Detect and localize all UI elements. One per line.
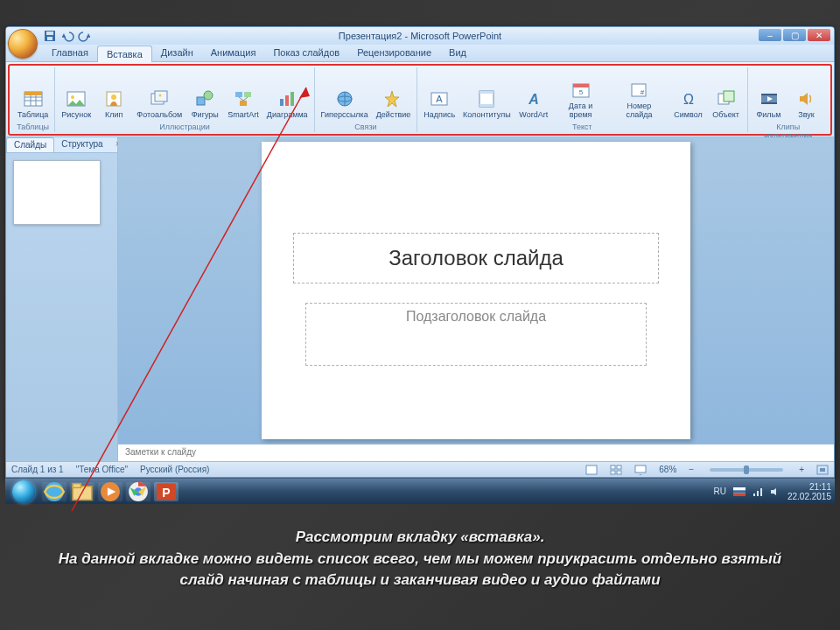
ribbon-textbox-button[interactable]: A Надпись [421, 67, 458, 122]
office-button[interactable] [8, 29, 38, 59]
ribbon-label: Колонтитулы [463, 111, 511, 120]
panel-tab-slides[interactable]: Слайды [6, 137, 54, 152]
qat-save-icon[interactable] [43, 29, 57, 43]
ribbon-hyperlink-button[interactable]: Гиперссылка [318, 67, 371, 122]
ribbon-symbol-button[interactable]: Ω Символ [671, 67, 706, 122]
zoom-percent[interactable]: 68% [659, 465, 676, 474]
tab-design[interactable]: Дизайн [152, 45, 202, 61]
tab-review[interactable]: Рецензирование [348, 45, 440, 61]
slides-panel: Слайды Структура × [6, 137, 118, 461]
start-button[interactable] [9, 479, 38, 505]
ribbon-object-button[interactable]: Объект [709, 67, 744, 122]
qat-redo-icon[interactable] [78, 29, 92, 43]
caption-line1: Рассмотрим вкладку «вставка». [44, 527, 796, 549]
tab-slideshow[interactable]: Показ слайдов [264, 45, 348, 61]
symbol-icon: Ω [678, 88, 699, 109]
status-slide: Слайд 1 из 1 [11, 465, 64, 474]
ribbon-label: Рисунок [61, 111, 91, 120]
tab-insert[interactable]: Вставка [97, 46, 152, 62]
panel-tab-outline[interactable]: Структура [54, 137, 109, 152]
svg-rect-42 [724, 91, 734, 102]
ribbon-datetime-button[interactable]: 5 Дата и время [554, 67, 608, 122]
tray-flag-icon[interactable] [733, 487, 746, 496]
slide-editor-area[interactable]: Заголовок слайда Подзаголовок слайда [118, 137, 834, 444]
ribbon-label: WordArt [519, 111, 548, 120]
tutorial-caption: Рассмотрим вкладку «вставка». На данной … [0, 514, 840, 604]
ribbon-action-button[interactable]: Действие [374, 67, 414, 122]
ribbon-label: Дата и время [556, 102, 606, 120]
title-placeholder[interactable]: Заголовок слайда [293, 233, 659, 284]
taskbar-chrome-icon[interactable] [126, 482, 150, 501]
view-normal-icon[interactable] [585, 465, 598, 475]
ribbon-label: Фигуры [192, 111, 219, 120]
tab-home[interactable]: Главная [43, 45, 97, 61]
svg-rect-8 [24, 92, 42, 95]
notes-pane[interactable]: Заметки к слайду [118, 444, 834, 461]
tray-time[interactable]: 21:11 [788, 482, 831, 492]
ribbon-picture-button[interactable]: Рисунок [59, 67, 94, 122]
taskbar-explorer-icon[interactable] [70, 482, 94, 501]
ribbon-album-button[interactable]: Фотоальбом [134, 67, 185, 122]
window-title: Презентация2 - Microsoft PowerPoint [339, 31, 501, 41]
tray-date[interactable]: 22.02.2015 [788, 492, 831, 501]
status-theme: "Тема Office" [76, 465, 128, 474]
tray-network-icon[interactable] [752, 486, 763, 497]
windows-taskbar: P RU 21:11 22.02.2015 [5, 478, 835, 504]
ribbon-wordart-button[interactable]: A WordArt [516, 67, 551, 122]
album-icon [149, 88, 170, 109]
view-slideshow-icon[interactable] [634, 465, 647, 475]
ribbon-label: Действие [376, 111, 411, 120]
svg-rect-19 [244, 92, 251, 97]
svg-text:P: P [162, 486, 170, 500]
datetime-icon: 5 [570, 80, 592, 101]
ribbon-group-tables: Таблица Таблицы [11, 67, 55, 132]
subtitle-placeholder[interactable]: Подзаголовок слайда [305, 303, 647, 366]
maximize-button[interactable]: ▢ [783, 29, 806, 41]
ribbon-label: SmartArt [228, 111, 259, 120]
ribbon-headerfooter-button[interactable]: Колонтитулы [460, 67, 514, 122]
ribbon-label: Диаграмма [267, 111, 308, 120]
svg-point-15 [159, 94, 162, 97]
svg-rect-48 [611, 466, 615, 469]
svg-rect-54 [820, 468, 825, 472]
ribbon-sound-button[interactable]: Звук [789, 67, 824, 122]
ribbon-chart-button[interactable]: Диаграмма [264, 67, 311, 122]
ribbon-shapes-button[interactable]: Фигуры [187, 67, 222, 122]
taskbar-powerpoint-icon[interactable]: P [154, 482, 178, 501]
ribbon-label: Номер слайда [612, 102, 665, 120]
ribbon-table-button[interactable]: Таблица [15, 67, 51, 122]
taskbar-ie-icon[interactable] [42, 482, 66, 501]
ribbon-clip-button[interactable]: Клип [96, 67, 131, 122]
taskbar-mediaplayer-icon[interactable] [98, 482, 122, 501]
slide-thumbnail[interactable] [13, 160, 101, 225]
tab-view[interactable]: Вид [440, 45, 475, 61]
view-sorter-icon[interactable] [610, 465, 622, 475]
ribbon-label: Фотоальбом [136, 111, 182, 120]
clip-icon [103, 88, 124, 109]
qat-undo-icon[interactable] [60, 29, 74, 43]
ribbon-movie-button[interactable]: Фильм [752, 67, 787, 122]
ribbon-label: Звук [798, 111, 814, 120]
ribbon: Таблица Таблицы Рисунок Клип [6, 62, 834, 137]
picture-icon [66, 88, 87, 109]
tray-volume-icon[interactable] [770, 486, 780, 497]
ribbon-label: Клип [105, 111, 122, 120]
ribbon-group-label: Таблицы [15, 122, 51, 132]
zoom-slider[interactable] [710, 468, 783, 472]
minimize-button[interactable]: – [759, 29, 781, 41]
svg-rect-2 [47, 37, 52, 40]
svg-text:Ω: Ω [683, 92, 694, 107]
tab-animation[interactable]: Анимация [202, 45, 265, 61]
svg-text:#: # [640, 88, 645, 96]
tray-lang[interactable]: RU [713, 486, 725, 496]
close-button[interactable]: ✕ [808, 29, 830, 41]
ribbon-slidenum-button[interactable]: # Номер слайда [610, 67, 668, 122]
zoom-in-button[interactable]: + [799, 465, 804, 474]
svg-rect-52 [635, 466, 646, 472]
object-icon [716, 88, 737, 109]
svg-rect-36 [573, 84, 589, 88]
textbox-icon: A [429, 88, 450, 109]
fit-button[interactable] [816, 465, 829, 475]
zoom-out-button[interactable]: − [689, 465, 694, 474]
ribbon-smartart-button[interactable]: SmartArt [225, 67, 262, 122]
